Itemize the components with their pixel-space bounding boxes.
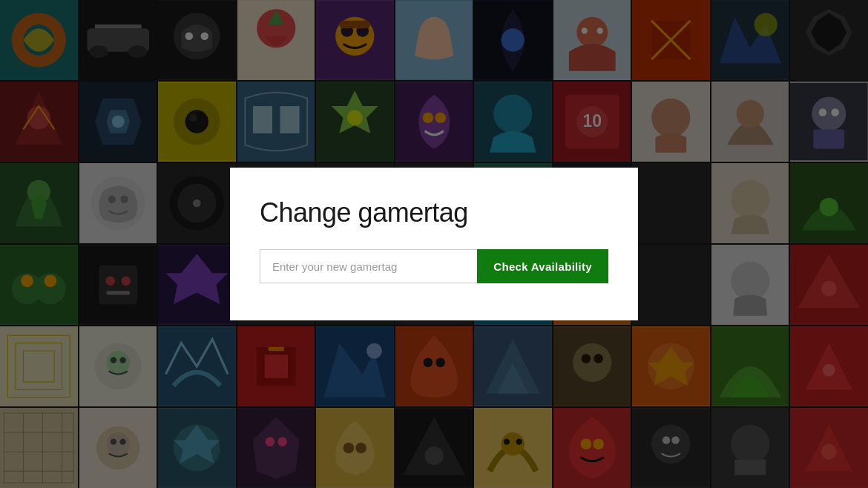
gamertag-input-row: Check Availability bbox=[260, 249, 608, 283]
change-gamertag-modal: Change gamertag Check Availability bbox=[230, 168, 638, 320]
gamertag-input[interactable] bbox=[260, 249, 477, 283]
check-availability-button[interactable]: Check Availability bbox=[477, 249, 608, 283]
modal-title: Change gamertag bbox=[260, 197, 608, 228]
